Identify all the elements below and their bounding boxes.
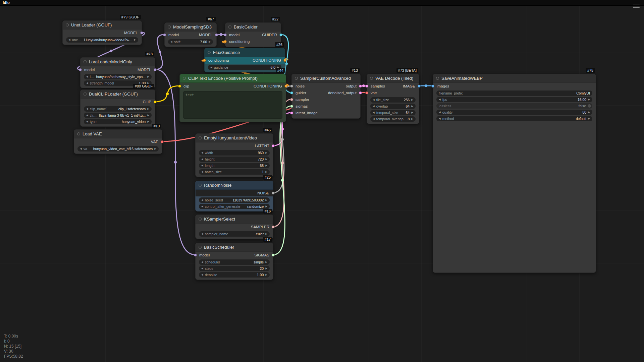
node-unet-loader-gguf[interactable]: #79 GGUF Unet Loader (GGUF) MODEL ◀ unet… xyxy=(62,20,142,45)
output-slot-vae[interactable] xyxy=(161,140,164,143)
widget-batch-size[interactable]: ◀ batch_size 1 ▶ xyxy=(199,169,270,175)
widget-scheduler[interactable]: ◀ scheduler simple ▶ xyxy=(199,259,270,265)
collapse-icon[interactable] xyxy=(84,93,87,96)
arrow-right-icon[interactable]: ▶ xyxy=(265,171,267,173)
node-load-vae[interactable]: #10 Load VAE VAE ◀ vae_name hunyuan_vide… xyxy=(74,129,162,154)
collapse-icon[interactable] xyxy=(77,132,80,135)
arrow-right-icon[interactable]: ▶ xyxy=(147,114,149,117)
input-slot-model[interactable] xyxy=(79,68,82,71)
output-slot-conditioning[interactable] xyxy=(284,85,287,88)
output-slot-model[interactable] xyxy=(140,32,143,35)
arrow-right-icon[interactable]: ▶ xyxy=(265,199,267,201)
collapse-icon[interactable] xyxy=(199,136,202,139)
arrow-left-icon[interactable]: ◀ xyxy=(86,82,88,84)
node-header[interactable]: ModelSamplingSD3 xyxy=(165,23,216,32)
arrow-right-icon[interactable]: ▶ xyxy=(265,152,267,154)
prompt-textarea[interactable] xyxy=(183,91,282,119)
arrow-left-icon[interactable]: ◀ xyxy=(201,233,203,235)
arrow-right-icon[interactable]: ▶ xyxy=(265,274,267,276)
arrow-right-icon[interactable]: ▶ xyxy=(147,120,149,123)
hamburger-menu-icon[interactable] xyxy=(633,4,640,8)
widget-shift[interactable]: ◀ shift 7.00 ▶ xyxy=(168,39,213,45)
arrow-left-icon[interactable]: ◀ xyxy=(201,199,203,201)
widget-lora-name[interactable]: ◀ lora_name hunyuan/hathaway_style_epo..… xyxy=(84,74,152,79)
input-slot-guider[interactable] xyxy=(290,92,293,95)
arrow-right-icon[interactable]: ▶ xyxy=(265,233,267,235)
arrow-left-icon[interactable]: ◀ xyxy=(373,99,375,101)
collapse-icon[interactable] xyxy=(66,23,69,26)
node-header[interactable]: Unet Loader (GGUF) xyxy=(63,21,142,29)
arrow-right-icon[interactable]: ▶ xyxy=(209,41,211,43)
node-basic-guider[interactable]: #22 BasicGuider model GUIDER conditionin… xyxy=(225,22,281,47)
arrow-left-icon[interactable]: ◀ xyxy=(170,41,172,43)
output-slot-clip[interactable] xyxy=(154,101,157,104)
output-slot-guider[interactable] xyxy=(279,34,282,37)
output-slot-conditioning[interactable] xyxy=(283,59,286,62)
collapse-icon[interactable] xyxy=(228,25,231,28)
node-header[interactable]: VAE Decode (Tiled) xyxy=(367,74,419,83)
input-slot-model[interactable] xyxy=(224,34,227,37)
widget-filename-prefix[interactable]: filename_prefix ComfyUI xyxy=(436,90,592,96)
arrow-left-icon[interactable]: ◀ xyxy=(201,274,203,276)
output-slot-image[interactable] xyxy=(418,85,421,88)
arrow-right-icon[interactable]: ▶ xyxy=(134,39,136,41)
widget-guidance[interactable]: ◀ guidance 6.0 ▶ xyxy=(208,65,281,70)
output-slot-latent[interactable] xyxy=(272,144,275,147)
node-ksampler-select[interactable]: #16 KSamplerSelect SAMPLER ◀ sampler_nam… xyxy=(195,215,273,239)
input-slot-images[interactable] xyxy=(431,85,434,88)
node-model-sampling-sd3[interactable]: #67 ModelSamplingSD3 model MODEL ◀ shift… xyxy=(164,22,217,47)
node-flux-guidance[interactable]: #26 FluxGuidance conditioning CONDITIONI… xyxy=(204,48,285,72)
arrow-right-icon[interactable]: ▶ xyxy=(154,147,156,150)
arrow-right-icon[interactable]: ▶ xyxy=(588,98,590,101)
widget-height[interactable]: ◀ height 720 ▶ xyxy=(199,157,270,162)
node-header[interactable]: KSamplerSelect xyxy=(196,215,273,224)
collapse-icon[interactable] xyxy=(436,77,439,80)
arrow-right-icon[interactable]: ▶ xyxy=(147,108,149,110)
node-header[interactable]: CLIP Text Encode (Positive Prompt) xyxy=(180,74,286,83)
node-vae-decode-tiled[interactable]: #73 [BETA] VAE Decode (Tiled) samples IM… xyxy=(367,74,419,124)
node-save-animated-webp[interactable]: #75 SaveAnimatedWEBP images filename_pre… xyxy=(433,74,596,273)
arrow-left-icon[interactable]: ◀ xyxy=(86,75,88,78)
arrow-left-icon[interactable]: ◀ xyxy=(201,164,203,167)
arrow-right-icon[interactable]: ▶ xyxy=(588,117,590,120)
node-header[interactable]: EmptyHunyuanLatentVideo xyxy=(196,134,273,142)
arrow-left-icon[interactable]: ◀ xyxy=(210,66,212,69)
arrow-left-icon[interactable]: ◀ xyxy=(201,171,203,173)
node-header[interactable]: Load VAE xyxy=(74,130,162,138)
node-basic-scheduler[interactable]: #17 BasicScheduler model SIGMAS ◀ schedu… xyxy=(195,243,273,280)
graph-canvas[interactable]: #79 GGUF Unet Loader (GGUF) MODEL ◀ unet… xyxy=(0,0,644,362)
arrow-right-icon[interactable]: ▶ xyxy=(411,105,413,108)
input-slot-model[interactable] xyxy=(194,254,197,257)
widget-fps[interactable]: ◀ fps 16.00 ▶ xyxy=(436,97,592,102)
widget-steps[interactable]: ◀ steps 20 ▶ xyxy=(199,266,270,271)
node-header[interactable]: BasicGuider xyxy=(225,23,281,32)
collapse-icon[interactable] xyxy=(199,184,202,187)
widget-tile-size[interactable]: ◀ tile_size 256 ▶ xyxy=(370,97,416,103)
node-header[interactable]: LoraLoaderModelOnly xyxy=(80,58,155,66)
node-header[interactable]: SaveAnimatedWEBP xyxy=(433,74,596,83)
arrow-left-icon[interactable]: ◀ xyxy=(86,108,88,110)
node-header[interactable]: DualCLIPLoader (GGUF) xyxy=(80,90,155,99)
arrow-left-icon[interactable]: ◀ xyxy=(201,152,203,154)
output-slot-denoised-output[interactable] xyxy=(359,92,362,95)
input-slot-noise[interactable] xyxy=(290,85,293,88)
output-slot-sampler[interactable] xyxy=(272,226,275,229)
collapse-icon[interactable] xyxy=(208,51,211,54)
collapse-icon[interactable] xyxy=(199,218,202,221)
arrow-right-icon[interactable]: ▶ xyxy=(147,75,149,78)
node-header[interactable]: RandomNoise xyxy=(196,181,273,190)
input-slot-sigmas[interactable] xyxy=(290,105,293,108)
output-slot-noise[interactable] xyxy=(272,192,275,195)
widget-clip-name2[interactable]: ◀ clip_name2 llava-llama-3-8b-v1_1-int4.… xyxy=(84,113,152,118)
widget-method[interactable]: ◀ method default ▶ xyxy=(436,116,592,121)
arrow-left-icon[interactable]: ◀ xyxy=(201,261,203,263)
arrow-left-icon[interactable]: ◀ xyxy=(439,98,441,101)
node-dual-clip-loader-gguf[interactable]: #80 GGUF DualCLIPLoader (GGUF) CLIP ◀ cl… xyxy=(80,89,155,127)
arrow-right-icon[interactable]: ▶ xyxy=(265,267,267,270)
collapse-icon[interactable] xyxy=(295,77,298,80)
arrow-left-icon[interactable]: ◀ xyxy=(201,205,203,208)
arrow-left-icon[interactable]: ◀ xyxy=(373,111,375,114)
collapse-icon[interactable] xyxy=(199,246,202,249)
input-slot-model[interactable] xyxy=(163,34,166,37)
node-header[interactable]: FluxGuidance xyxy=(205,48,285,57)
